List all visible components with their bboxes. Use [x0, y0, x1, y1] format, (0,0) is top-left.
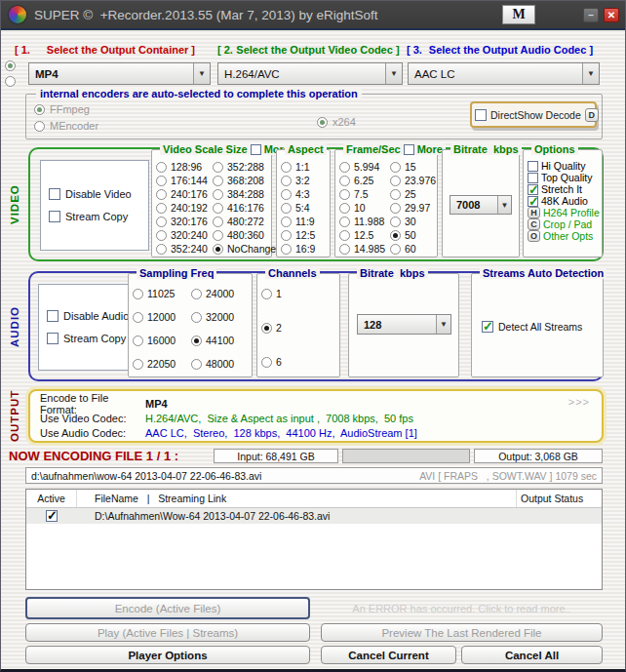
output-container-dropdown[interactable]: MP4 ▼ — [28, 62, 211, 85]
chevron-down-icon[interactable]: ▼ — [385, 63, 402, 84]
container-mode-radio-1[interactable] — [5, 60, 16, 71]
radio-aspect-option[interactable]: 1:1 — [281, 161, 328, 173]
chevron-down-icon[interactable]: ▼ — [436, 315, 450, 334]
radio-channels-2[interactable]: 2 — [261, 322, 337, 334]
radio-label: 15 — [405, 161, 416, 173]
radio-aspect-option[interactable]: 4:3 — [281, 188, 328, 200]
radio-scale-option[interactable]: 480:360 — [213, 229, 276, 241]
radio-mencoder[interactable]: MEncoder — [34, 120, 98, 132]
radio-channels-option[interactable]: 1 — [261, 288, 337, 299]
radio-scale-option[interactable]: 320:240 — [156, 229, 213, 241]
video-scale-more-checkbox[interactable] — [251, 144, 261, 155]
directshow-decode-panel[interactable]: DirectShow Decode D — [470, 101, 597, 128]
error-notice[interactable]: An ERROR has occurred. Click to read mor… — [321, 597, 603, 619]
close-button[interactable]: ✕ — [604, 8, 619, 22]
hi-quality-checkbox[interactable]: Hi Quality — [528, 160, 600, 172]
radio-sampling-option[interactable]: 24000 — [191, 288, 250, 299]
current-file-path: d:\aufnahmen\wow-64 2013-04-07 22-06-46-… — [31, 470, 419, 482]
radio-scale-option[interactable]: 352:288 — [213, 161, 276, 173]
container-mode-radio-2[interactable] — [5, 76, 16, 87]
detect-all-streams-checkbox[interactable]: Detect All Streams — [482, 321, 582, 333]
output-more-indicator[interactable]: >>> — [568, 396, 590, 408]
h264-profile-button[interactable]: HH264 Profile — [528, 207, 600, 218]
radio-scale-option[interactable]: 176:144 — [156, 175, 213, 186]
radio-sampling-option[interactable]: 22050 — [133, 358, 191, 370]
encode-button[interactable]: Encode (Active Files) — [25, 597, 310, 619]
radio-sampling-option[interactable]: 16000 — [133, 335, 191, 346]
cancel-current-button[interactable]: Cancel Current — [321, 646, 456, 664]
radio-fps-option[interactable]: 30 — [390, 216, 436, 227]
radio-scale-option[interactable]: 320:176 — [156, 216, 213, 227]
radio-scale-option[interactable]: 240:176 — [156, 188, 213, 200]
directshow-d-button[interactable]: D — [585, 108, 599, 122]
framerate-more-checkbox[interactable] — [404, 144, 414, 155]
radio-icon — [261, 289, 272, 299]
row-active-checkbox[interactable] — [46, 510, 58, 522]
output-audio-label: Use Audio Codec: — [40, 427, 145, 439]
radio-scale-option[interactable]: 352:240 — [156, 243, 213, 255]
video-bitrate-dropdown[interactable]: 7008 ▼ — [450, 195, 512, 215]
radio-aspect-option[interactable]: 5:4 — [281, 202, 328, 214]
radio-fps-option[interactable]: 10 — [339, 202, 390, 214]
menu-button[interactable]: M — [502, 5, 535, 24]
video-codec-dropdown[interactable]: H.264/AVC ▼ — [217, 62, 403, 85]
radio-scale-option[interactable]: 416:176 — [213, 202, 276, 214]
other-opts-button[interactable]: OOther Opts — [528, 230, 600, 242]
radio-scale-nochange[interactable]: NoChange — [213, 243, 276, 255]
radio-ffmpeg[interactable]: FFmpeg — [34, 103, 90, 115]
minimize-button[interactable]: – — [583, 8, 599, 22]
radio-fps-option[interactable]: 7.5 — [339, 188, 390, 200]
radio-scale-option[interactable]: 128:96 — [156, 161, 213, 173]
chevron-down-icon[interactable]: ▼ — [582, 63, 599, 84]
radio-fps-option[interactable]: 14.985 — [339, 243, 390, 255]
radio-aspect-option[interactable]: 3:2 — [281, 175, 328, 186]
crop-pad-button[interactable]: CCrop / Pad — [528, 218, 600, 230]
radio-channels-option[interactable]: 6 — [261, 356, 337, 368]
radio-label: 25 — [405, 188, 416, 200]
radio-fps-option[interactable]: 5.994 — [339, 161, 390, 173]
audio-codec-dropdown[interactable]: AAC LC ▼ — [408, 62, 600, 85]
play-button[interactable]: Play (Active Files | Streams) — [25, 623, 310, 642]
radio-scale-option[interactable]: 480:272 — [213, 216, 276, 227]
radio-fps-option[interactable]: 25 — [390, 188, 436, 200]
radio-fps-option[interactable]: 60 — [390, 243, 436, 255]
radio-x264[interactable]: x264 — [317, 116, 356, 128]
output-video-value: H.264/AVC, Size & Aspect as input , 7008… — [145, 413, 413, 424]
disable-video-checkbox[interactable]: Disable Video — [49, 188, 148, 200]
audio-bitrate-dropdown[interactable]: 128 ▼ — [357, 314, 451, 335]
audio-codec-value: AAC LC — [409, 68, 582, 80]
radio-sampling-option[interactable]: 11025 — [133, 288, 191, 299]
radio-sampling-option[interactable]: 32000 — [191, 311, 250, 323]
radio-aspect-option[interactable]: 11:9 — [281, 216, 328, 227]
radio-scale-option[interactable]: 240:192 — [156, 202, 213, 214]
radio-icon — [390, 244, 401, 255]
chevron-down-icon[interactable]: ▼ — [497, 196, 511, 214]
radio-fps-50[interactable]: 50 — [390, 229, 436, 241]
radio-scale-option[interactable]: 384:288 — [213, 188, 276, 200]
preview-button[interactable]: Preview The Last Rendered File — [321, 623, 603, 642]
directshow-decode-checkbox[interactable] — [475, 109, 487, 121]
radio-fps-option[interactable]: 11.988 — [339, 216, 390, 227]
aspect-title: Aspect — [285, 143, 327, 155]
radio-fps-option[interactable]: 15 — [390, 161, 436, 173]
table-row[interactable]: D:\Aufnahmen\Wow-64 2013-04-07 22-06-46-… — [26, 508, 602, 524]
radio-fps-option[interactable]: 23.976 — [390, 175, 436, 186]
radio-fps-option[interactable]: 29.97 — [390, 202, 436, 214]
radio-sampling-option[interactable]: 12000 — [133, 311, 191, 323]
radio-fps-option[interactable]: 6.25 — [339, 175, 390, 186]
radio-icon — [191, 336, 202, 346]
cancel-all-button[interactable]: Cancel All — [461, 646, 603, 664]
output-size-box: Output: 3,068 GB — [474, 449, 603, 463]
player-options-button[interactable]: Player Options — [25, 646, 310, 664]
radio-scale-option[interactable]: 368:208 — [213, 175, 276, 186]
radio-icon — [281, 189, 292, 200]
chevron-down-icon[interactable]: ▼ — [193, 63, 210, 84]
radio-sampling-44100[interactable]: 44100 — [191, 335, 250, 346]
video-stream-copy-checkbox[interactable]: Stream Copy — [49, 211, 148, 222]
radio-aspect-option[interactable]: 12:5 — [281, 229, 328, 241]
radio-label: 14.985 — [354, 243, 385, 255]
radio-sampling-option[interactable]: 48000 — [191, 358, 250, 370]
48k-audio-checkbox[interactable]: 48K Audio — [528, 195, 600, 207]
radio-fps-option[interactable]: 12.5 — [339, 229, 390, 241]
radio-aspect-option[interactable]: 16:9 — [281, 243, 328, 255]
